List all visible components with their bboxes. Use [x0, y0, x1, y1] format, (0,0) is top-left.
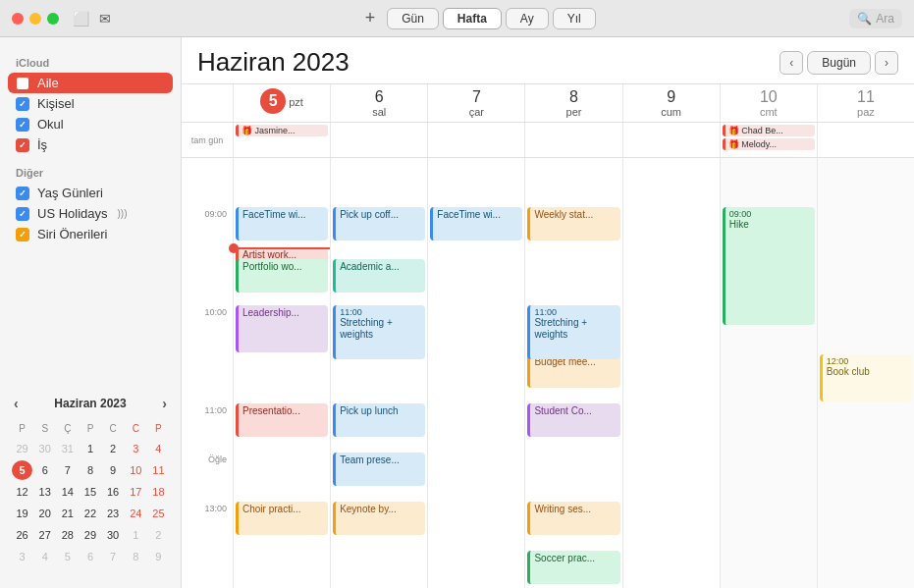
mini-day[interactable]: 14	[57, 482, 78, 502]
mini-day[interactable]: 29	[80, 525, 100, 545]
event-team-prese-tue[interactable]: Team prese...	[333, 453, 425, 486]
event-presentation-mon[interactable]: Presentatio...	[236, 403, 328, 437]
mini-day[interactable]: 24	[126, 504, 146, 523]
allday-col-tue[interactable]	[330, 123, 427, 157]
checkbox-yasgunleri[interactable]: ✓	[16, 187, 29, 200]
event-weekly-stat-thu[interactable]: Weekly stat...	[527, 207, 619, 241]
time-grid-scroll[interactable]: 09:00 10:00 11:00 Öğle 13:00 15:00 16:00…	[182, 158, 914, 588]
event-soccer-thu[interactable]: Soccer prac...	[527, 551, 619, 584]
mini-day[interactable]: 22	[80, 504, 100, 523]
today-button[interactable]: Bugün	[807, 51, 871, 75]
mini-day[interactable]: 6	[34, 460, 55, 480]
day-header-fri[interactable]: 9 cum	[622, 84, 720, 122]
mini-day[interactable]: 8	[126, 547, 146, 566]
mini-cal-prev[interactable]: ‹	[10, 396, 23, 411]
mini-day[interactable]: 4	[34, 547, 55, 566]
day-header-tue[interactable]: 6 sal	[330, 84, 427, 122]
day-header-sun[interactable]: 11 paz	[817, 84, 914, 122]
event-academic-tue[interactable]: Academic a...	[333, 259, 425, 293]
allday-col-fri[interactable]	[622, 123, 720, 157]
mini-day[interactable]: 3	[126, 439, 146, 458]
search-box[interactable]: 🔍 Ara	[849, 9, 902, 28]
maximize-button[interactable]	[47, 13, 59, 25]
allday-event-jasmine[interactable]: 🎁 Jasmine...	[236, 125, 328, 136]
mini-day[interactable]: 20	[34, 504, 55, 523]
day-col-tue[interactable]: Pick up coff... Academic a... 11:00 Stre…	[330, 158, 427, 588]
sidebar-toggle-icon[interactable]: ⬜	[73, 11, 89, 27]
day-header-mon[interactable]: 5 pzt	[233, 84, 330, 122]
view-gun[interactable]: Gün	[387, 8, 439, 29]
event-student-co-thu[interactable]: Student Co...	[527, 403, 619, 437]
mini-day[interactable]: 21	[57, 504, 78, 523]
day-col-fri[interactable]	[622, 158, 720, 588]
mini-day[interactable]: 25	[148, 504, 169, 523]
mini-day[interactable]: 28	[57, 525, 78, 545]
mini-day[interactable]: 6	[80, 547, 100, 566]
allday-event-melody[interactable]: 🎁 Melody...	[723, 138, 815, 150]
sidebar-item-siri[interactable]: ✓ Siri Önerileri	[0, 224, 181, 244]
mini-day[interactable]: 30	[103, 525, 124, 545]
checkbox-is[interactable]: ✓	[16, 138, 29, 152]
checkbox-siri[interactable]: ✓	[16, 228, 29, 241]
sidebar-item-yasgunleri[interactable]: ✓ Yaş Günleri	[0, 183, 181, 203]
mini-day[interactable]: 2	[103, 439, 124, 458]
checkbox-usholidays[interactable]: ✓	[16, 207, 29, 221]
mini-day-today[interactable]: 5	[12, 460, 32, 480]
event-choir-mon[interactable]: Choir practi...	[236, 502, 328, 535]
mini-day[interactable]: 26	[12, 525, 32, 545]
add-event-button[interactable]: +	[365, 8, 376, 28]
day-col-thu[interactable]: Weekly stat... Budget mee... 11:00 Stret…	[524, 158, 621, 588]
view-yil[interactable]: Yıl	[553, 8, 596, 29]
mini-day[interactable]: 13	[34, 482, 55, 502]
mini-day[interactable]: 2	[148, 525, 169, 545]
event-stretching-tue[interactable]: 11:00 Stretching + weights	[333, 305, 425, 359]
allday-col-thu[interactable]	[524, 123, 621, 157]
mini-day[interactable]: 15	[80, 482, 100, 502]
mini-day[interactable]: 30	[34, 439, 55, 458]
close-button[interactable]	[12, 13, 24, 25]
event-pickup-lunch-tue[interactable]: Pick up lunch	[333, 403, 425, 437]
minimize-button[interactable]	[29, 13, 41, 25]
mini-day[interactable]: 29	[12, 439, 32, 458]
event-facetime-wed[interactable]: FaceTime wi...	[430, 207, 522, 241]
mini-day[interactable]: 16	[103, 482, 124, 502]
event-leadership-mon[interactable]: Leadership...	[236, 305, 328, 352]
mini-day[interactable]: 7	[103, 547, 124, 566]
mini-day[interactable]: 7	[57, 460, 78, 480]
sidebar-item-aile[interactable]: ✓ Aile	[8, 73, 173, 93]
mini-day[interactable]: 12	[12, 482, 32, 502]
allday-col-wed[interactable]	[427, 123, 524, 157]
day-col-sat[interactable]: 09:00 Hike	[720, 158, 817, 588]
view-ay[interactable]: Ay	[506, 8, 549, 29]
view-hafta[interactable]: Hafta	[443, 8, 502, 29]
mini-day[interactable]: 9	[103, 460, 124, 480]
mini-day[interactable]: 3	[12, 547, 32, 566]
mini-day[interactable]: 11	[148, 460, 169, 480]
allday-col-mon[interactable]: 🎁 Jasmine...	[233, 123, 330, 157]
event-keynote-tue[interactable]: Keynote by...	[333, 502, 425, 535]
checkbox-okul[interactable]: ✓	[16, 118, 29, 132]
mini-cal-next[interactable]: ›	[158, 396, 171, 411]
sidebar-item-is[interactable]: ✓ İş	[0, 134, 181, 155]
mini-day[interactable]: 27	[34, 525, 55, 545]
event-facetime-mon[interactable]: FaceTime wi...	[236, 207, 328, 241]
mini-day[interactable]: 19	[12, 504, 32, 523]
mini-day[interactable]: 10	[126, 460, 146, 480]
mini-day[interactable]: 17	[126, 482, 146, 502]
day-col-mon[interactable]: FaceTime wi... Artist work... Portfolio …	[233, 158, 330, 588]
cal-prev-button[interactable]: ‹	[780, 51, 803, 75]
sidebar-item-kisisel[interactable]: ✓ Kişisel	[0, 93, 181, 114]
checkbox-kisisel[interactable]: ✓	[16, 97, 29, 111]
day-header-thu[interactable]: 8 per	[524, 84, 621, 122]
event-stretching-thu[interactable]: 11:00 Stretching + weights	[527, 305, 619, 359]
day-header-sat[interactable]: 10 cmt	[720, 84, 817, 122]
day-col-wed[interactable]: FaceTime wi...	[427, 158, 524, 588]
mini-day[interactable]: 5	[57, 547, 78, 566]
day-header-wed[interactable]: 7 çar	[427, 84, 524, 122]
allday-col-sat[interactable]: 🎁 Chad Be... 🎁 Melody...	[720, 123, 817, 157]
day-col-sun[interactable]: 12:00 Book club	[817, 158, 914, 588]
mail-icon[interactable]: ✉	[99, 11, 111, 27]
mini-day[interactable]: 4	[148, 439, 169, 458]
sidebar-item-okul[interactable]: ✓ Okul	[0, 114, 181, 134]
allday-col-sun[interactable]	[817, 123, 914, 157]
